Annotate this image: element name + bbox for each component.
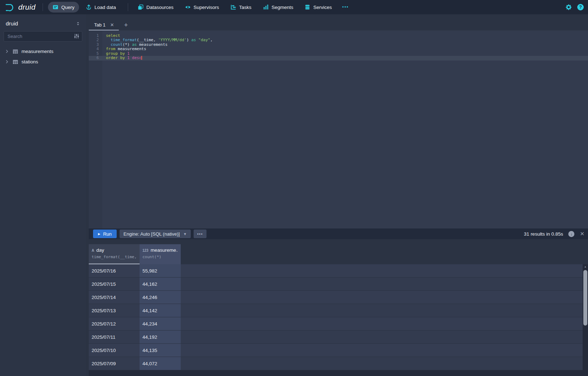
- engine-select[interactable]: Engine: Auto [SQL (native)] ▼: [120, 230, 191, 238]
- table-row[interactable]: 2025/07/1244,234: [89, 317, 583, 331]
- tree-item-measurements[interactable]: measurements: [0, 46, 86, 57]
- run-button[interactable]: ▶ Run: [93, 230, 117, 238]
- datasource-tree: measurements stations: [0, 46, 86, 67]
- add-tab-button[interactable]: +: [124, 20, 128, 30]
- cell-day[interactable]: 2025/07/11: [89, 331, 140, 343]
- cell-measurements[interactable]: 44,142: [140, 304, 181, 317]
- tree-item-stations[interactable]: stations: [0, 57, 86, 67]
- column-name: day: [96, 247, 104, 253]
- column-expression: time_format(__time,…: [92, 255, 137, 259]
- results-body: 2025/07/1655,9822025/07/1544,1622025/07/…: [89, 264, 583, 370]
- stacked-chart-icon: [263, 4, 269, 10]
- gantt-icon: [230, 4, 236, 10]
- column-name: measureme…: [151, 247, 178, 253]
- tree-item-label: measurements: [21, 49, 53, 54]
- line-number: 1: [89, 34, 102, 38]
- cell-day[interactable]: 2025/07/16: [89, 264, 140, 277]
- results-header: A day time_format(__time,… 123 measureme…: [89, 244, 583, 264]
- cell-day[interactable]: 2025/07/09: [89, 357, 140, 370]
- schema-title: druid: [6, 20, 18, 27]
- cell-measurements[interactable]: 44,135: [140, 344, 181, 357]
- cell-measurements[interactable]: 44,072: [140, 357, 181, 370]
- cell-measurements[interactable]: 44,246: [140, 291, 181, 304]
- horizontal-scrollbar[interactable]: [89, 370, 583, 376]
- tree-item-label: stations: [21, 59, 38, 64]
- column-expression: count(*): [142, 255, 178, 259]
- code-line[interactable]: group by 1: [106, 52, 588, 56]
- nav-tasks[interactable]: Tasks: [226, 2, 256, 13]
- table-row[interactable]: 2025/07/1655,982: [89, 264, 583, 278]
- eye-icon: [185, 4, 191, 10]
- nav-query-label: Query: [61, 5, 74, 10]
- druid-logo[interactable]: druid: [5, 2, 35, 12]
- vertical-scrollbar[interactable]: ▲: [583, 264, 588, 376]
- sql-editor[interactable]: 123456 select time_format(__time, 'YYYY/…: [89, 30, 588, 228]
- druid-logo-icon: [5, 2, 15, 12]
- vertical-scrollbar-thumb[interactable]: [583, 270, 587, 326]
- nav-load-data[interactable]: Load data: [81, 2, 121, 13]
- cell-measurements[interactable]: 55,982: [140, 264, 181, 277]
- query-icon: [53, 4, 58, 10]
- cell-day[interactable]: 2025/07/13: [89, 304, 140, 317]
- nav-query[interactable]: Query: [48, 2, 79, 13]
- nav-segments[interactable]: Segments: [258, 2, 298, 13]
- cell-day[interactable]: 2025/07/14: [89, 291, 140, 304]
- close-results-icon[interactable]: ✕: [580, 231, 584, 237]
- text-cursor: [141, 56, 142, 60]
- download-results-icon[interactable]: ↓: [568, 231, 574, 237]
- column-header-measurements[interactable]: 123 measureme… count(*): [140, 244, 181, 264]
- settings-gear-icon[interactable]: [565, 4, 572, 10]
- code-line[interactable]: count(*) as measurements: [106, 43, 588, 47]
- nav-services[interactable]: Services: [300, 2, 336, 13]
- tab-label: Tab 1: [94, 22, 106, 28]
- cell-day[interactable]: 2025/07/10: [89, 344, 140, 357]
- string-type-icon: A: [92, 249, 94, 252]
- code-line[interactable]: time_format(__time, 'YYYY/MM/dd') as "da…: [106, 38, 588, 42]
- code-line[interactable]: from measurements: [106, 47, 588, 51]
- line-number: 6: [89, 56, 102, 60]
- cell-measurements[interactable]: 44,234: [140, 317, 181, 330]
- line-number: 2: [89, 38, 102, 42]
- nav-supervisors-label: Supervisors: [194, 5, 219, 10]
- table-row[interactable]: 2025/07/1144,192: [89, 331, 583, 344]
- database-icon: [305, 4, 310, 10]
- nav-datasources-label: Datasources: [146, 5, 174, 10]
- cell-measurements[interactable]: 44,162: [140, 278, 181, 290]
- navbar-divider: [128, 3, 128, 11]
- chevron-right-icon: [5, 49, 9, 54]
- nav-supervisors[interactable]: Supervisors: [180, 2, 224, 13]
- table-icon: [13, 59, 18, 65]
- table-row[interactable]: 2025/07/1344,142: [89, 304, 583, 317]
- table-row[interactable]: 2025/07/1544,162: [89, 278, 583, 291]
- nav-services-label: Services: [313, 5, 332, 10]
- table-row[interactable]: 2025/07/1044,135: [89, 344, 583, 357]
- nav-more-button[interactable]: •••: [339, 5, 353, 10]
- run-button-label: Run: [103, 231, 112, 237]
- number-type-icon: 123: [142, 249, 149, 252]
- search-input[interactable]: [4, 31, 82, 42]
- chevron-down-icon: ▼: [183, 232, 187, 236]
- filter-sliders-icon[interactable]: [74, 33, 79, 39]
- query-more-button[interactable]: •••: [194, 230, 206, 238]
- table-row[interactable]: 2025/07/0944,072: [89, 357, 583, 370]
- table-icon: [13, 49, 18, 54]
- run-bar: ▶ Run Engine: Auto [SQL (native)] ▼ ••• …: [89, 228, 588, 239]
- code-line[interactable]: order by 1 desc: [106, 56, 588, 60]
- cell-day[interactable]: 2025/07/15: [89, 278, 140, 290]
- top-navbar: druid Query Load data Datasources Superv…: [0, 0, 588, 14]
- editor-code[interactable]: select time_format(__time, 'YYYY/MM/dd')…: [102, 30, 588, 61]
- column-header-day[interactable]: A day time_format(__time,…: [89, 244, 140, 264]
- cell-day[interactable]: 2025/07/12: [89, 317, 140, 330]
- result-status-text: 31 results in 0.85s: [524, 231, 563, 237]
- sort-double-caret-icon[interactable]: [75, 21, 81, 26]
- tab-close-icon[interactable]: ✕: [110, 23, 114, 27]
- table-row[interactable]: 2025/07/1444,246: [89, 291, 583, 304]
- editor-gutter: 123456: [89, 30, 102, 61]
- nav-datasources[interactable]: Datasources: [133, 2, 178, 13]
- line-number: 4: [89, 47, 102, 51]
- tab-query-1[interactable]: Tab 1 ✕: [89, 20, 119, 30]
- nav-tasks-label: Tasks: [239, 5, 252, 10]
- cell-measurements[interactable]: 44,192: [140, 331, 181, 343]
- scroll-up-arrow-icon[interactable]: ▲: [583, 264, 588, 269]
- help-icon[interactable]: ?: [577, 4, 584, 10]
